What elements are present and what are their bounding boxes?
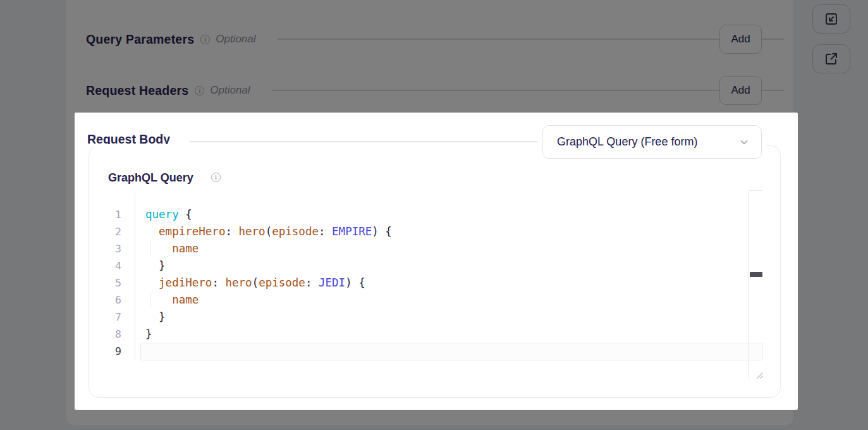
request-body-panel: Request Body GraphQL Query (Free form) G… xyxy=(75,113,798,410)
line-number: 3 xyxy=(100,240,121,257)
code-line[interactable]: 7 } xyxy=(100,309,763,326)
line-number: 7 xyxy=(100,309,121,326)
line-number: 1 xyxy=(100,206,121,223)
code-line[interactable]: 1query { xyxy=(100,206,763,223)
code-text: } xyxy=(145,326,152,343)
code-text: jediHero: hero(episode: JEDI) { xyxy=(145,274,365,292)
scrollbar-track xyxy=(749,190,749,379)
line-number: 2 xyxy=(100,223,121,240)
line-number: 6 xyxy=(100,292,121,309)
code-line[interactable]: 6 name xyxy=(100,292,763,309)
code-lines: 1query {2 empireHero: hero(episode: EMPI… xyxy=(100,206,763,360)
code-line[interactable]: 2 empireHero: hero(episode: EMPIRE) { xyxy=(100,223,763,240)
indent-guide xyxy=(150,292,150,309)
code-text: query { xyxy=(145,206,192,223)
scrollbar-track xyxy=(749,190,763,191)
line-number: 4 xyxy=(100,257,121,274)
line-number: 5 xyxy=(100,274,121,292)
select-value: GraphQL Query (Free form) xyxy=(557,135,738,149)
indent-guide xyxy=(150,240,150,257)
info-icon[interactable]: i xyxy=(211,173,221,182)
code-text: name xyxy=(145,292,199,309)
code-line[interactable]: 3 name xyxy=(100,240,763,257)
code-line[interactable]: 9 xyxy=(100,343,763,360)
line-number: 8 xyxy=(100,326,121,343)
code-line[interactable]: 5 jediHero: hero(episode: JEDI) { xyxy=(100,274,763,292)
screen: Query Parameters i Optional Add Request … xyxy=(0,0,868,430)
code-text: } xyxy=(145,309,166,326)
line-number: 9 xyxy=(100,343,121,360)
chevron-down-icon xyxy=(738,137,750,148)
code-line[interactable]: 8} xyxy=(100,326,763,343)
code-text: name xyxy=(145,240,199,257)
code-text: } xyxy=(145,257,166,274)
code-text: empireHero: hero(episode: EMPIRE) { xyxy=(145,223,392,240)
resize-grip-icon[interactable] xyxy=(754,369,764,379)
request-body-type-select[interactable]: GraphQL Query (Free form) xyxy=(542,125,762,159)
code-line[interactable]: 4 } xyxy=(100,257,763,274)
scrollbar-thumb[interactable] xyxy=(750,272,762,277)
graphql-query-label: GraphQL Query xyxy=(108,171,193,185)
